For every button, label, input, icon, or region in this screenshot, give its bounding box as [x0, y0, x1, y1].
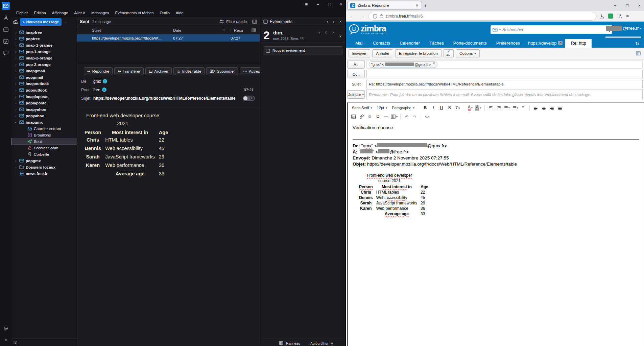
message-row-selected[interactable]: https://developer.mozilla.org/fr/docs/W……	[77, 34, 260, 42]
tasks-space-icon[interactable]	[2, 37, 10, 45]
collapsed-chevron-icon[interactable]: ›	[14, 88, 18, 92]
highlight-color-icon[interactable]: A▾	[475, 104, 482, 112]
folder-item-imapfree[interactable]: ›imapfree	[11, 29, 77, 35]
collapsed-chevron-icon[interactable]: ›	[14, 63, 18, 67]
column-header-received[interactable]: Reçu	[231, 28, 252, 32]
zimbra-app-tab-reply-active[interactable]: Re: http	[565, 39, 592, 48]
folder-item-popoutlook[interactable]: ›popoutlook	[11, 87, 77, 93]
zimbra-tab-contacts[interactable]: Contacts	[368, 39, 395, 48]
collapsed-chevron-icon[interactable]: ›	[14, 159, 18, 163]
transf-rer-button[interactable]: ↪Transférer	[114, 67, 144, 75]
save-draft-button[interactable]: Enregistrer le brouillon	[395, 49, 442, 57]
collapsed-chevron-icon[interactable]: ›	[14, 75, 18, 79]
collapsed-chevron-icon[interactable]: ›	[14, 50, 18, 54]
folder-item-dossiers-locaux[interactable]: ›Dossiers locaux	[11, 164, 77, 170]
forward-icon[interactable]: →	[359, 13, 365, 19]
search-scope-caret-icon[interactable]: ▾	[499, 28, 501, 31]
panel-grid-icon[interactable]	[279, 341, 283, 345]
folder-item-popfree[interactable]: ›popfree	[11, 35, 77, 42]
from-value[interactable]: gmx	[93, 79, 101, 84]
folder-item-courrier-entrant[interactable]: Courrier entrant	[11, 125, 77, 132]
minimize-icon[interactable]: −	[316, 2, 319, 7]
collapsed-chevron-icon[interactable]: ›	[14, 165, 18, 169]
message-list-display-options-icon[interactable]	[252, 20, 257, 24]
back-icon[interactable]: ←	[349, 13, 355, 19]
to-button[interactable]: À :	[347, 60, 365, 69]
get-messages-icon[interactable]	[13, 20, 19, 24]
bold-icon[interactable]: B	[422, 104, 429, 112]
spellcheck-button[interactable]: ✓Abc	[444, 49, 454, 57]
italic-icon[interactable]: I	[430, 104, 437, 112]
folder-item-imap-1-orange[interactable]: ›imap-1-orange	[11, 42, 77, 48]
message-theme-toggle[interactable]: ☾	[243, 96, 255, 101]
downloads-icon[interactable]	[599, 14, 604, 19]
folder-item-sent[interactable]: Sent	[11, 138, 77, 145]
hamburger-menu-icon[interactable]: ≡	[626, 14, 629, 19]
contact-badge-icon[interactable]: ☺	[102, 88, 106, 92]
collapsed-chevron-icon[interactable]: ›	[14, 101, 18, 105]
maximize-icon[interactable]: □	[328, 2, 331, 7]
compose-body[interactable]: Vérification réponse De: "gmx" <@gmx.fr>…	[348, 122, 644, 220]
minimize-icon[interactable]: −	[614, 3, 617, 8]
addressbook-space-icon[interactable]	[2, 14, 10, 22]
detach-compose-icon[interactable]	[636, 51, 641, 55]
chip-remove-icon[interactable]: ✕	[432, 61, 435, 65]
font-color-icon[interactable]: A▾	[467, 104, 474, 112]
emoticon-icon[interactable]: ☺	[366, 113, 374, 120]
menu-messages[interactable]: Messages	[89, 10, 112, 16]
calendar-space-icon[interactable]	[2, 25, 10, 33]
align-left-icon[interactable]	[532, 104, 540, 112]
menu--v-nements-et-t-ches[interactable]: Évènements et tâches	[112, 10, 156, 16]
folder-item-imapgmail[interactable]: ›imapgmail	[11, 68, 77, 74]
close-icon[interactable]: ×	[340, 2, 342, 7]
sort-ascending-icon[interactable]: ^	[223, 28, 231, 32]
folder-item-popgmail[interactable]: ›popgmail	[11, 74, 77, 80]
subject-input[interactable]: Re: https://developer.mozilla.org/fr/doc…	[366, 80, 643, 88]
quick-filter-sliders-icon[interactable]	[219, 20, 224, 24]
paragraph-style-select[interactable]: Paragraphe▾	[390, 105, 416, 111]
menu-outils[interactable]: Outils	[157, 10, 172, 16]
recipient-chip[interactable]: "gmx" < @gmx.fr> ✕	[369, 61, 437, 68]
collapsed-chevron-icon[interactable]: ›	[14, 107, 18, 112]
tab-close-icon[interactable]: ✕	[415, 3, 419, 8]
search-scope-mail-icon[interactable]	[493, 28, 498, 32]
mail-space-icon[interactable]	[2, 2, 10, 10]
collapsed-chevron-icon[interactable]: ›	[14, 69, 18, 73]
column-header-date[interactable]: Date	[173, 28, 223, 32]
events-close-icon[interactable]: ×	[339, 19, 342, 24]
align-right-icon[interactable]	[548, 104, 556, 112]
events-collapse-icon[interactable]: ∨	[339, 34, 342, 38]
insert-link-icon[interactable]	[358, 113, 365, 120]
footer-chevron-icon[interactable]: ∨	[331, 341, 333, 345]
folder-item-news-free-fr[interactable]: news.free.fr	[11, 170, 77, 177]
extension-icon[interactable]	[608, 14, 613, 19]
collapsed-chevron-icon[interactable]: ›	[14, 82, 18, 86]
new-tab-icon[interactable]: +	[424, 3, 427, 8]
folder-item-imap-2-orange[interactable]: ›imap-2-orange	[11, 55, 77, 61]
today-circle-icon[interactable]: ○	[325, 30, 328, 35]
cc-input[interactable]	[366, 70, 643, 78]
new-message-button[interactable]: +Nouveau message	[20, 18, 62, 26]
browser-tab[interactable]: Z Zimbra: Répondre ✕	[348, 1, 421, 10]
folder-item-poplaposte[interactable]: ›poplaposte	[11, 100, 77, 106]
zimbra-tab-pr-f-rences[interactable]: Préférences	[492, 39, 525, 48]
source-code-icon[interactable]: <>	[424, 113, 431, 120]
folder-item-corbeille[interactable]: Corbeille	[11, 151, 77, 157]
refresh-icon[interactable]: ↻	[635, 41, 639, 48]
menu-aide[interactable]: Aide	[173, 10, 186, 16]
redo-icon[interactable]: ↷	[411, 113, 419, 120]
blockquote-icon[interactable]: ”	[520, 104, 527, 112]
collapsed-chevron-icon[interactable]: ›	[14, 30, 18, 34]
tracking-shield-icon[interactable]	[373, 14, 377, 19]
underline-icon[interactable]: U	[438, 104, 445, 112]
justify-icon[interactable]	[556, 104, 564, 112]
settings-gear-icon[interactable]	[2, 324, 10, 332]
outdent-icon[interactable]	[487, 104, 495, 112]
column-header-subject[interactable]: Sujet	[77, 28, 173, 32]
folder-item-popyahoo[interactable]: ›popyahoo	[11, 113, 77, 119]
events-prev-icon[interactable]: ‹	[327, 19, 328, 24]
zimbra-tab-porte-documents[interactable]: Porte-documents	[449, 39, 492, 48]
cc-button[interactable]: Cc :	[347, 70, 365, 78]
collapse-rail-icon[interactable]: «	[2, 336, 10, 344]
account-menu[interactable]: @free.fr ▾	[606, 26, 641, 31]
